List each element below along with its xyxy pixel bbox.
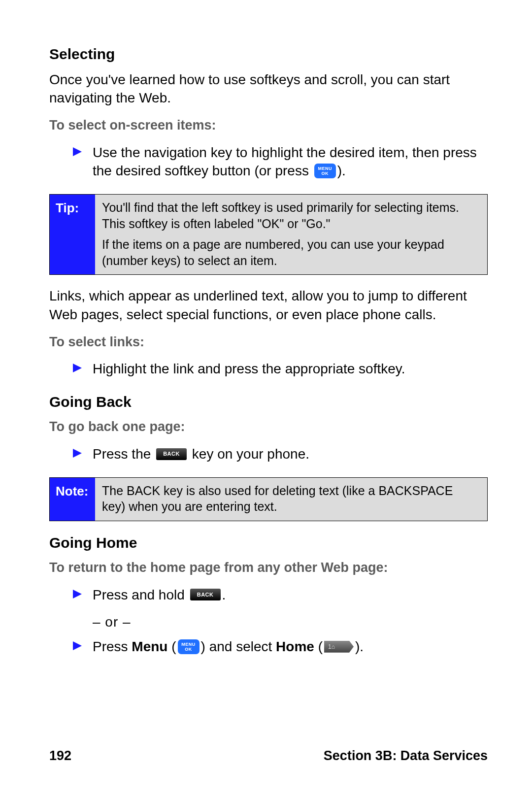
heading-going-home: Going Home bbox=[49, 533, 488, 553]
bullet-text: Press and hold BACK. – or – bbox=[93, 586, 488, 632]
bullet-text: Press the BACK key on your phone. bbox=[93, 445, 488, 464]
svg-marker-4 bbox=[73, 641, 82, 650]
subhead-select-items: To select on-screen items: bbox=[49, 116, 488, 134]
svg-marker-0 bbox=[73, 147, 82, 156]
tip-label: Tip: bbox=[50, 195, 95, 274]
bullet-select-links: Highlight the link and press the appropr… bbox=[49, 360, 488, 378]
bullet-text: Press Menu (MENUOK) and select Home (). bbox=[93, 637, 488, 656]
home-key-icon bbox=[324, 641, 354, 653]
bullet-go-back: Press the BACK key on your phone. bbox=[49, 445, 488, 464]
bullet-triangle-icon bbox=[73, 147, 82, 181]
paragraph-links: Links, which appear as underlined text, … bbox=[49, 287, 488, 324]
subhead-select-links: To select links: bbox=[49, 333, 488, 351]
bullet-home-2: Press Menu (MENUOK) and select Home (). bbox=[49, 637, 488, 656]
heading-going-back: Going Back bbox=[49, 392, 488, 412]
tip-callout: Tip: You'll find that the left softkey i… bbox=[49, 194, 488, 275]
note-callout: Note: The BACK key is also used for dele… bbox=[49, 477, 488, 521]
svg-marker-3 bbox=[73, 590, 82, 598]
page-number: 192 bbox=[49, 747, 71, 765]
subhead-go-home: To return to the home page from any othe… bbox=[49, 559, 488, 576]
page-footer: 192 Section 3B: Data Services bbox=[49, 747, 488, 765]
svg-marker-2 bbox=[73, 449, 82, 458]
bullet-triangle-icon bbox=[73, 449, 82, 464]
bullet-triangle-icon bbox=[73, 364, 82, 378]
bullet-triangle-icon bbox=[73, 590, 82, 632]
heading-selecting: Selecting bbox=[49, 44, 488, 65]
bullet-triangle-icon bbox=[73, 641, 82, 656]
note-label: Note: bbox=[50, 478, 95, 521]
menu-ok-key-icon: MENUOK bbox=[178, 639, 200, 654]
bullet-text: Highlight the link and press the appropr… bbox=[93, 360, 488, 378]
bullet-home-1: Press and hold BACK. – or – bbox=[49, 586, 488, 632]
back-key-icon: BACK bbox=[190, 589, 221, 600]
menu-ok-key-icon: MENUOK bbox=[314, 164, 336, 178]
bullet-text: Use the navigation key to highlight the … bbox=[93, 143, 488, 181]
svg-marker-1 bbox=[73, 364, 82, 372]
section-label: Section 3B: Data Services bbox=[324, 747, 488, 765]
paragraph-intro: Once you've learned how to use softkeys … bbox=[49, 70, 488, 108]
tip-body: You'll find that the left softkey is use… bbox=[95, 195, 487, 274]
bullet-select-items: Use the navigation key to highlight the … bbox=[49, 143, 488, 181]
or-separator: – or – bbox=[93, 613, 488, 632]
back-key-icon: BACK bbox=[156, 448, 187, 460]
subhead-go-back: To go back one page: bbox=[49, 418, 488, 435]
note-body: The BACK key is also used for deleting t… bbox=[95, 478, 487, 521]
